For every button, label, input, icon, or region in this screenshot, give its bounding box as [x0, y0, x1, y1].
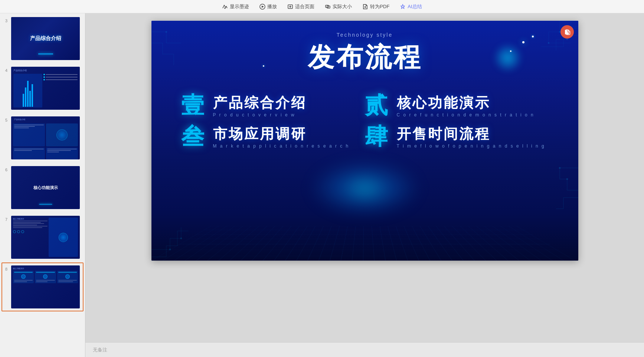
slide-4-content: 产品综合介绍: [13, 69, 78, 108]
slide-item-8[interactable]: 8 核心功能演示: [1, 262, 84, 311]
show-traces-label: 显示墨迹: [230, 3, 249, 10]
fit-page-label: 适合页面: [295, 3, 314, 10]
slide-7-left: 核心功能演示: [13, 218, 48, 257]
fit-page-button[interactable]: 适合页面: [287, 3, 314, 10]
slide-4-dots: [43, 74, 78, 108]
toolbar: 显示墨迹 播放 适合页面 实际大小: [0, 0, 644, 13]
slide-content: Technology style 发布流程 壹 产品综合介绍 P r o d u…: [151, 21, 578, 261]
svg-marker-2: [262, 6, 264, 8]
play-label: 播放: [267, 3, 277, 10]
slide-item-4[interactable]: 4 产品综合介绍: [1, 64, 84, 113]
slide-number-5: 5: [5, 118, 11, 122]
slide-item-6[interactable]: 6 核心功能演示: [1, 163, 84, 212]
slide-main-title: 发布流程: [174, 40, 556, 75]
section-2-cn: 核心功能演示: [397, 95, 535, 111]
section-1: 壹 产品综合介绍 P r o d u c t o v e r v i e w: [181, 94, 365, 118]
section-3-cn: 市场应用调研: [213, 126, 350, 142]
actual-icon: [325, 4, 331, 10]
slide-number-8: 8: [5, 267, 11, 271]
slide-4-title: 产品综合介绍: [13, 69, 78, 72]
slide-item-5[interactable]: 5 产品综合介绍: [1, 113, 84, 162]
slide-number-4: 4: [5, 68, 11, 73]
section-4-num: 肆: [365, 125, 391, 148]
actual-size-button[interactable]: 实际大小: [325, 3, 352, 10]
slide-7-title: 核心功能演示: [13, 218, 48, 220]
ai-summary-label: AI总结: [408, 3, 422, 10]
section-4-text: 开售时间流程 T i m e f l o w o f o p e n i n g…: [397, 125, 545, 149]
section-1-num: 壹: [181, 94, 207, 117]
section-2-num: 贰: [365, 94, 391, 117]
slide-4-chart: [13, 74, 42, 108]
section-4: 肆 开售时间流程 T i m e f l o w o f o p e n i n…: [365, 125, 549, 149]
pen-icon: [222, 4, 228, 10]
show-traces-button[interactable]: 显示墨迹: [222, 3, 249, 10]
slide-number-7: 7: [5, 217, 11, 222]
slide-number-3: 3: [5, 19, 11, 23]
export-pdf-label: 转为PDF: [370, 3, 389, 10]
slide-6-title: 核心功能演示: [33, 185, 58, 191]
section-2-text: 核心功能演示 C o r e f u n c t i o n d e m o n…: [397, 94, 535, 118]
slide-item-7[interactable]: 7 核心功能演示: [1, 213, 84, 262]
section-4-cn: 开售时间流程: [397, 126, 545, 142]
slide-subtitle: Technology style: [174, 32, 556, 38]
fit-icon: [287, 4, 293, 10]
section-1-text: 产品综合介绍 P r o d u c t o v e r v i e w: [213, 94, 307, 118]
play-button[interactable]: 播放: [259, 3, 277, 10]
section-3-en: M a r k e t a p p l i c a t i o n r e s …: [213, 143, 350, 149]
copy-button[interactable]: [560, 25, 574, 39]
ai-icon: [400, 4, 406, 10]
slide-view: Technology style 发布流程 壹 产品综合介绍 P r o d u…: [85, 13, 644, 342]
export-pdf-button[interactable]: 转为PDF: [362, 3, 389, 10]
slide-4-body: [13, 74, 78, 108]
content-area: Technology style 发布流程 壹 产品综合介绍 P r o d u…: [85, 13, 644, 357]
slide-thumb-3: 产品综合介绍: [11, 17, 80, 60]
slide-8-content: [13, 271, 78, 283]
section-3-text: 市场应用调研 M a r k e t a p p l i c a t i o n…: [213, 125, 350, 149]
section-2-en: C o r e f u n c t i o n d e m o n s t r …: [397, 112, 535, 118]
ai-summary-button[interactable]: AI总结: [400, 3, 422, 10]
slide-thumb-4: 产品综合介绍: [11, 67, 80, 110]
slide-thumb-7: 核心功能演示: [11, 216, 80, 259]
slide-thumb-8: 核心功能演示: [11, 265, 80, 308]
play-icon: [259, 4, 265, 10]
notes-area: 无备注: [85, 342, 644, 357]
slide-7-right: [49, 218, 78, 257]
section-3-num: 叁: [181, 125, 207, 148]
svg-point-0: [225, 8, 225, 9]
slide-8-title: 核心功能演示: [13, 267, 78, 270]
copy-icon: [564, 29, 571, 35]
section-3: 叁 市场应用调研 M a r k e t a p p l i c a t i o…: [181, 125, 365, 149]
slide-canvas: Technology style 发布流程 壹 产品综合介绍 P r o d u…: [151, 21, 578, 261]
slide-thumb-5: 产品综合介绍: [11, 116, 80, 159]
slide-item-3[interactable]: 3 产品综合介绍: [1, 14, 84, 63]
notes-text: 无备注: [93, 347, 107, 353]
section-1-cn: 产品综合介绍: [213, 95, 307, 111]
svg-marker-10: [401, 4, 405, 9]
slide-5-grid: [13, 123, 78, 159]
section-2: 贰 核心功能演示 C o r e f u n c t i o n d e m o…: [365, 94, 549, 118]
slide-3-title: 产品综合介绍: [30, 35, 61, 42]
pdf-icon: [362, 4, 368, 10]
actual-size-label: 实际大小: [333, 3, 352, 10]
slide-panel: 3 产品综合介绍 4 产品综合介绍: [0, 13, 85, 357]
section-4-en: T i m e f l o w o f o p e n i n g a n d …: [397, 143, 545, 149]
main-area: 3 产品综合介绍 4 产品综合介绍: [0, 13, 644, 357]
section-1-en: P r o d u c t o v e r v i e w: [213, 112, 307, 118]
slide-number-6: 6: [5, 168, 11, 172]
slide-sections: 壹 产品综合介绍 P r o d u c t o v e r v i e w 贰…: [174, 94, 556, 149]
slide-thumb-6: 核心功能演示: [11, 166, 80, 209]
slide-5-title: 产品综合介绍: [14, 118, 25, 120]
